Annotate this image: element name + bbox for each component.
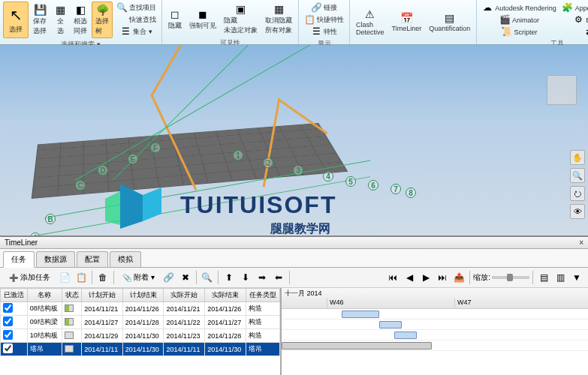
column-header[interactable]: 实际开始 [164, 289, 205, 302]
save-selection-label: 保存 选择 [33, 16, 47, 36]
columns-icon[interactable]: ▥ [553, 270, 568, 285]
panel-title-text: TimeLiner [5, 238, 38, 247]
next-icon[interactable]: ▶ [418, 270, 433, 285]
gantt-row[interactable] [282, 340, 588, 351]
gantt-view-icon[interactable]: ▤ [536, 270, 551, 285]
gantt-bar[interactable] [342, 310, 379, 318]
find-items-label: 查找项目 [129, 3, 156, 13]
filter-icon[interactable]: ▼ [569, 270, 584, 285]
gantt-row[interactable] [282, 330, 588, 340]
column-header[interactable]: 任务类型 [246, 289, 279, 302]
export-icon[interactable]: 📤 [451, 270, 466, 285]
select-same[interactable]: ◧相选 同择 [71, 2, 90, 38]
outdent-icon[interactable]: ⬅ [271, 270, 286, 285]
task-grid[interactable]: 已激活名称状态计划开始计划结束实际开始实际结束任务类型 08结构板2014/11… [0, 288, 282, 375]
zoom-label: 缩放: [473, 272, 490, 283]
compare[interactable]: ⇄比较 [560, 26, 588, 38]
tl-tab-2[interactable]: 配置 [77, 251, 108, 267]
column-header[interactable]: 状态 [62, 289, 81, 302]
clash[interactable]: ⚠Clash Detective [353, 2, 387, 43]
gantt-bar[interactable] [379, 321, 402, 328]
gantt-week-label: W46 [327, 298, 344, 309]
table-row[interactable]: 塔吊2014/11/112014/11/302014/11/112014/11/… [1, 343, 280, 356]
viewcube[interactable] [547, 75, 577, 105]
save-selection[interactable]: 💾保存 选择 [30, 2, 50, 38]
add-task-button[interactable]: ➕ 添加任务 [4, 270, 56, 285]
look-tool-icon[interactable]: 👁 [570, 204, 585, 219]
attach-set-icon[interactable]: 🔗 [161, 270, 176, 285]
active-checkbox[interactable] [3, 316, 13, 326]
hide-icon: ◻ [169, 8, 181, 20]
sets[interactable]: ☰集合 ▾ [114, 26, 158, 38]
tl-tab-1[interactable]: 数据源 [36, 251, 75, 267]
column-header[interactable]: 已激活 [1, 289, 28, 302]
batch-utility[interactable]: ⚙Batch Utility [560, 14, 588, 26]
prev-icon[interactable]: ◀ [402, 270, 417, 285]
gantt-row[interactable] [282, 320, 588, 330]
status-icon [65, 345, 74, 352]
timeliner-icon: 📅 [400, 12, 412, 24]
quantification[interactable]: ▤Quantification [426, 2, 473, 43]
column-header[interactable]: 计划开始 [82, 289, 123, 302]
unhide-all[interactable]: ▦取消隐藏 所有对象 [262, 2, 295, 37]
quick-find[interactable]: 快速查找 [114, 14, 158, 26]
first-icon[interactable]: ⏮ [385, 270, 400, 285]
table-row[interactable]: 10结构板2014/11/292014/11/302014/11/232014/… [1, 329, 280, 343]
watermark-subtitle: 腿腿教学网 [270, 221, 330, 236]
column-header[interactable]: 计划结束 [122, 289, 164, 302]
hide-unselected[interactable]: ▣隐藏 未选定对象 [221, 2, 261, 37]
table-row[interactable]: 08结构板2014/11/212014/11/262014/11/212014/… [1, 302, 280, 316]
grid-label-6: 6 [368, 180, 378, 190]
move-down-icon[interactable]: ⬇ [238, 270, 253, 285]
properties-label: 特性 [324, 27, 337, 37]
clear-attach-icon[interactable]: ✖ [178, 270, 193, 285]
orbit-tool-icon[interactable]: ⭮ [570, 186, 585, 201]
grid-label-D: D [98, 165, 108, 176]
force-visible[interactable]: ◼强制可见 [186, 2, 219, 37]
attach-button[interactable]: 📎 附着 ▾ [117, 270, 160, 285]
gantt-bar[interactable] [394, 332, 417, 339]
auto-add-icon[interactable]: 📋 [74, 270, 89, 285]
properties[interactable]: ☰特性 [302, 26, 346, 38]
zoom-slider[interactable] [492, 276, 529, 279]
column-header[interactable]: 实际结束 [205, 289, 246, 302]
last-icon[interactable]: ⏭ [435, 270, 450, 285]
indent-icon[interactable]: ➡ [255, 270, 270, 285]
active-checkbox[interactable] [3, 330, 13, 340]
autodesk-rendering[interactable]: ☁Autodesk Rendering [480, 2, 559, 14]
column-header[interactable]: 名称 [27, 289, 62, 302]
timeliner[interactable]: 📅TimeLiner [389, 2, 425, 43]
gantt-bar[interactable] [282, 342, 432, 350]
panel-titlebar[interactable]: TimeLiner × [0, 237, 588, 249]
quick-find-icon [116, 14, 127, 25]
gantt-row[interactable] [282, 309, 588, 320]
quick-props[interactable]: 📋快捷特性 [302, 14, 346, 26]
find-items[interactable]: 🔍查找项目 [114, 2, 158, 14]
close-icon[interactable]: × [579, 238, 583, 247]
appearance-profile[interactable]: 🧩Appearance Profile [560, 2, 588, 14]
hide[interactable]: ◻隐藏 [165, 2, 185, 37]
tl-tab-0[interactable]: 任务 [3, 251, 35, 268]
active-checkbox[interactable] [3, 344, 13, 353]
table-row[interactable]: 09结构梁2014/11/272014/11/282014/11/222014/… [1, 316, 280, 329]
3d-viewport[interactable]: ABCDEF12345678 ✋ 🔍 ⭮ 👁 TUITUISOFT 腿腿教学网 [0, 45, 588, 236]
watermark-text: TUITUISOFT [180, 191, 336, 219]
zoom-tool-icon[interactable]: 🔍 [570, 168, 585, 183]
move-up-icon[interactable]: ⬆ [222, 270, 237, 285]
active-checkbox[interactable] [3, 303, 13, 313]
timeliner-tabs: 任务数据源配置模拟 [0, 249, 588, 268]
delete-task-icon[interactable]: 🗑 [95, 270, 110, 285]
scripter[interactable]: 📜Scripter [480, 26, 559, 38]
links[interactable]: 🔗链接 [302, 2, 346, 14]
select-all[interactable]: ▦全 选 [51, 2, 69, 38]
grid-label-5: 5 [345, 176, 356, 187]
animator[interactable]: 🎬Animator [480, 14, 559, 26]
tl-tab-3[interactable]: 模拟 [110, 251, 141, 267]
attach-icon: 📎 [122, 274, 131, 282]
insert-task-icon[interactable]: 📄 [57, 270, 72, 285]
select-arrow[interactable]: ↖选择 [3, 2, 29, 38]
select-tree[interactable]: 🌳选择 树 [92, 2, 113, 38]
gantt-chart[interactable]: 十一月 2014 W46W47 [282, 288, 588, 375]
pan-tool-icon[interactable]: ✋ [570, 150, 585, 165]
find-icon[interactable]: 🔍 [200, 270, 215, 285]
